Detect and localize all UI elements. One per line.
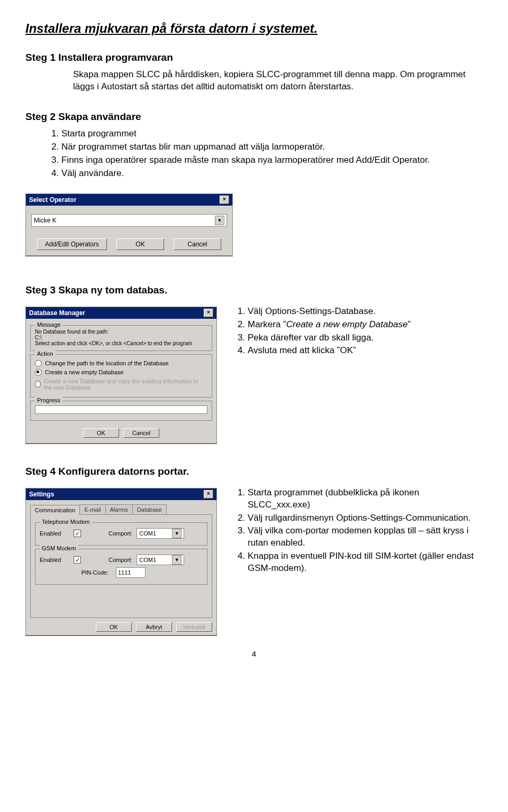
- communication-panel: Telephone Modem Enabled Comport: COM1 ▼: [30, 514, 212, 618]
- msg-line: Select action and click <OK>, or click <…: [35, 340, 207, 346]
- gsm-modem-legend: GSM Modem: [40, 545, 78, 551]
- dialog-title: Database Manager: [29, 309, 85, 317]
- tab-database[interactable]: Database: [132, 504, 167, 514]
- telephone-enabled-checkbox[interactable]: [74, 530, 81, 537]
- cancel-button[interactable]: Cancel: [123, 428, 159, 438]
- close-icon[interactable]: ×: [220, 196, 229, 204]
- close-icon[interactable]: ×: [204, 490, 213, 499]
- message-group: Message No Database found at the path: C…: [30, 325, 212, 351]
- list-item: Knappa in eventuell PIN-kod till SIM-kor…: [248, 550, 483, 575]
- dialog-title: Settings: [29, 491, 54, 498]
- list-item-prefix: Markera ”: [248, 319, 286, 329]
- chevron-down-icon[interactable]: ▼: [172, 555, 182, 565]
- radio-label: Change the path to the location of the D…: [45, 360, 169, 366]
- step2-list: Starta programmet När programmet startas…: [47, 128, 483, 180]
- list-item: Starta programmet (dubbelklicka på ikone…: [248, 487, 483, 511]
- comport-value: COM1: [139, 557, 156, 563]
- step3-list: Välj Options-Settings-Database. Markera …: [233, 306, 483, 357]
- list-item-suffix: ”: [407, 319, 411, 329]
- gsm-enabled-checkbox[interactable]: [74, 556, 81, 564]
- ok-button[interactable]: OK: [83, 428, 119, 438]
- radio-label: Create a new empty Database: [45, 369, 124, 375]
- dialog-title: Select Operator: [29, 196, 76, 204]
- list-item: Välj rullgardinsmenyn Options-Settings-C…: [248, 512, 483, 524]
- list-item: Markera ”Create a new empty Database”: [248, 319, 483, 331]
- step3-heading: Steg 3 Skapa ny tom databas.: [25, 284, 483, 296]
- operator-combo[interactable]: Micke K ▼: [31, 214, 227, 227]
- select-operator-dialog: Select Operator × Micke K ▼ Add/Edit Ope…: [25, 193, 233, 256]
- apply-button: Verkställ: [176, 622, 212, 632]
- action-legend: Action: [35, 350, 56, 357]
- radio-icon: [35, 360, 42, 367]
- progress-legend: Progress: [35, 397, 62, 403]
- radio-create-empty[interactable]: Create a new empty Database: [35, 369, 207, 376]
- cancel-button[interactable]: Avbryt: [136, 622, 172, 632]
- list-item: När programmet startas blir man uppmanad…: [61, 141, 483, 153]
- page-number: 4: [25, 649, 483, 658]
- comport-label: Comport:: [108, 530, 132, 537]
- list-item: Finns inga operatörer sparade måste man …: [61, 154, 483, 167]
- tab-email[interactable]: E-mail: [79, 504, 105, 514]
- chevron-down-icon[interactable]: ▼: [215, 216, 224, 225]
- tab-alarms[interactable]: Alarms: [105, 504, 133, 514]
- close-icon[interactable]: ×: [204, 309, 213, 317]
- pin-code-input[interactable]: 1111: [116, 567, 146, 578]
- radio-label: Create a new Database and copy the exist…: [44, 378, 207, 391]
- enabled-label: Enabled: [40, 557, 69, 563]
- comport-value: COM1: [139, 530, 156, 537]
- gsm-comport-combo[interactable]: COM1 ▼: [137, 555, 184, 565]
- message-legend: Message: [35, 321, 63, 328]
- tab-communication[interactable]: Communication: [30, 505, 80, 515]
- list-item: Välj vilka com-portar modemen kopplas ti…: [248, 525, 483, 549]
- step4-heading: Steg 4 Konfigurera datorns portar.: [25, 466, 483, 477]
- msg-line: No Database found at the path:: [35, 329, 207, 335]
- telephone-modem-group: Telephone Modem Enabled Comport: COM1 ▼: [35, 522, 207, 546]
- settings-tabs: Communication E-mail Alarms Database: [30, 504, 212, 514]
- telephone-modem-legend: Telephone Modem: [40, 519, 92, 525]
- step1-heading: Steg 1 Installera programvaran: [25, 52, 483, 63]
- gsm-modem-group: GSM Modem Enabled Comport: COM1 ▼: [35, 549, 207, 585]
- operator-combo-value: Micke K: [34, 217, 57, 224]
- enabled-label: Enabled: [40, 530, 69, 537]
- msg-line: C:\: [35, 335, 207, 340]
- action-group: Action Change the path to the location o…: [30, 354, 212, 398]
- list-item: Välj användare.: [61, 168, 483, 180]
- radio-icon: [35, 381, 41, 387]
- database-manager-dialog: Database Manager × Message No Database f…: [25, 307, 217, 444]
- list-item: Starta programmet: [61, 128, 483, 140]
- ok-button[interactable]: OK: [96, 622, 132, 632]
- radio-icon: [35, 369, 42, 376]
- telephone-comport-combo[interactable]: COM1 ▼: [137, 528, 184, 539]
- step2-heading: Steg 2 Skapa användare: [25, 111, 483, 123]
- list-item: Peka därefter var db skall ligga.: [248, 332, 483, 344]
- list-item: Välj Options-Settings-Database.: [248, 306, 483, 318]
- chevron-down-icon[interactable]: ▼: [172, 529, 182, 538]
- add-edit-operators-button[interactable]: Add/Edit Operators: [37, 238, 107, 250]
- radio-create-copy: Create a new Database and copy the exist…: [35, 378, 207, 391]
- ok-button[interactable]: OK: [116, 238, 164, 250]
- settings-dialog: Settings × Communication E-mail Alarms D…: [25, 488, 217, 635]
- step4-list: Starta programmet (dubbelklicka på ikone…: [233, 487, 483, 575]
- progress-bar: [35, 405, 207, 414]
- list-item-emph: Create a new empty Database: [286, 319, 408, 329]
- page-title: Installera mjukvaran på första datorn i …: [25, 21, 483, 36]
- progress-group: Progress: [30, 401, 212, 421]
- pin-code-label: PIN-Code:: [40, 569, 112, 576]
- radio-change-path[interactable]: Change the path to the location of the D…: [35, 360, 207, 367]
- list-item: Avsluta med att klicka ”OK”: [248, 345, 483, 357]
- step1-paragraph: Skapa mappen SLCC på hårddisken, kopiera…: [73, 69, 483, 93]
- comport-label: Comport:: [108, 557, 132, 563]
- cancel-button[interactable]: Cancel: [174, 238, 221, 250]
